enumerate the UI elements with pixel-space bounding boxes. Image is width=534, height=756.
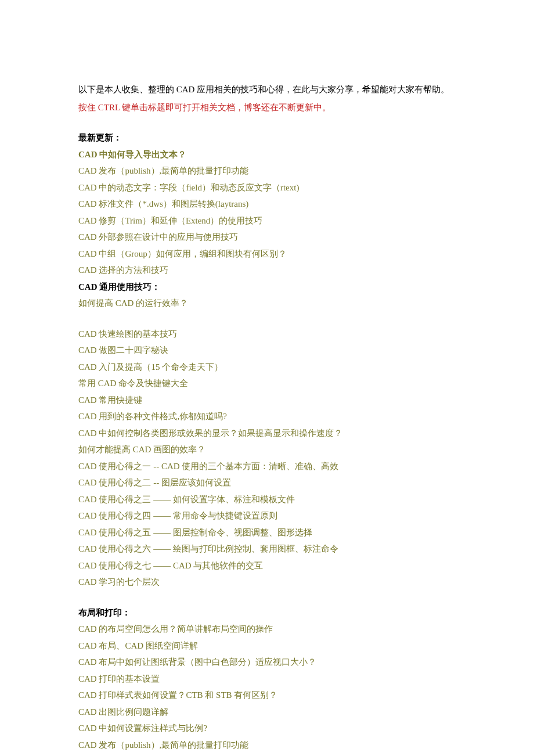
section-title-layout: 布局和打印： (78, 604, 456, 621)
intro-text: 以下是本人收集、整理的 CAD 应用相关的技巧和心得，在此与大家分享，希望能对大… (78, 81, 456, 98)
link-item[interactable]: CAD 使用心得之七 —— CAD 与其他软件的交互 (78, 561, 263, 570)
link-item[interactable]: CAD 使用心得之一 -- CAD 使用的三个基本方面：清晰、准确、高效 (78, 462, 338, 471)
link-item[interactable]: CAD 常用快捷键 (78, 395, 142, 405)
link-item[interactable]: CAD 的布局空间怎么用？简单讲解布局空间的操作 (78, 624, 273, 633)
link-item[interactable]: CAD 中的动态文字：字段（field）和动态反应文字（rtext) (78, 183, 299, 192)
link-item[interactable]: CAD 布局中如何让图纸背景（图中白色部分）适应视口大小？ (78, 657, 316, 667)
link-item[interactable]: CAD 使用心得之六 —— 绘图与打印比例控制、套用图框、标注命令 (78, 544, 338, 553)
link-item[interactable]: CAD 学习的七个层次 (78, 577, 160, 586)
link-item[interactable]: CAD 使用心得之二 -- 图层应该如何设置 (78, 478, 231, 487)
link-item[interactable]: CAD 发布（publish）,最简单的批量打印功能 (78, 166, 248, 175)
link-item[interactable]: 常用 CAD 命令及快捷键大全 (78, 379, 188, 388)
link-item[interactable]: CAD 中如何控制各类图形或效果的显示？如果提高显示和操作速度？ (78, 429, 342, 438)
link-item[interactable]: CAD 发布（publish）,最简单的批量打印功能 (78, 740, 248, 750)
link-item[interactable]: CAD 选择的方法和技巧 (78, 265, 168, 275)
link-item[interactable]: CAD 做图二十四字秘诀 (78, 345, 168, 355)
link-item[interactable]: CAD 中组（Group）如何应用，编组和图块有何区别？ (78, 249, 287, 258)
link-item[interactable]: CAD 打印样式表如何设置？CTB 和 STB 有何区别？ (78, 690, 277, 700)
notice-text: 按住 CTRL 键单击标题即可打开相关文档，博客还在不断更新中。 (78, 99, 456, 116)
link-item[interactable]: CAD 用到的各种文件格式,你都知道吗? (78, 412, 227, 421)
link-latest-bold[interactable]: CAD 中如何导入导出文本？ (78, 150, 186, 159)
spacer (78, 312, 456, 326)
link-item[interactable]: CAD 快速绘图的基本技巧 (78, 329, 177, 339)
link-item[interactable]: CAD 布局、CAD 图纸空间详解 (78, 641, 198, 650)
link-item[interactable]: CAD 出图比例问题详解 (78, 707, 168, 717)
link-item[interactable]: CAD 使用心得之三 —— 如何设置字体、标注和模板文件 (78, 495, 295, 504)
link-item[interactable]: CAD 中如何设置标注样式与比例? (78, 723, 207, 733)
link-item[interactable]: CAD 外部参照在设计中的应用与使用技巧 (78, 232, 238, 242)
link-item[interactable]: 如何才能提高 CAD 画图的效率？ (78, 445, 205, 454)
link-item[interactable]: CAD 入门及提高（15 个命令走天下） (78, 362, 223, 372)
link-item[interactable]: CAD 打印的基本设置 (78, 674, 160, 683)
link-item[interactable]: CAD 使用心得之五 —— 图层控制命令、视图调整、图形选择 (78, 528, 312, 537)
link-item[interactable]: CAD 标准文件（*.dws）和图层转换(laytrans) (78, 199, 248, 208)
link-item[interactable]: CAD 修剪（Trim）和延伸（Extend）的使用技巧 (78, 216, 262, 225)
link-item[interactable]: 如何提高 CAD 的运行效率？ (78, 298, 188, 308)
section-title-general: CAD 通用使用技巧： (78, 279, 456, 296)
section-title-latest: 最新更新： (78, 129, 456, 146)
spacer (78, 591, 456, 604)
link-item[interactable]: CAD 使用心得之四 —— 常用命令与快捷键设置原则 (78, 511, 277, 520)
